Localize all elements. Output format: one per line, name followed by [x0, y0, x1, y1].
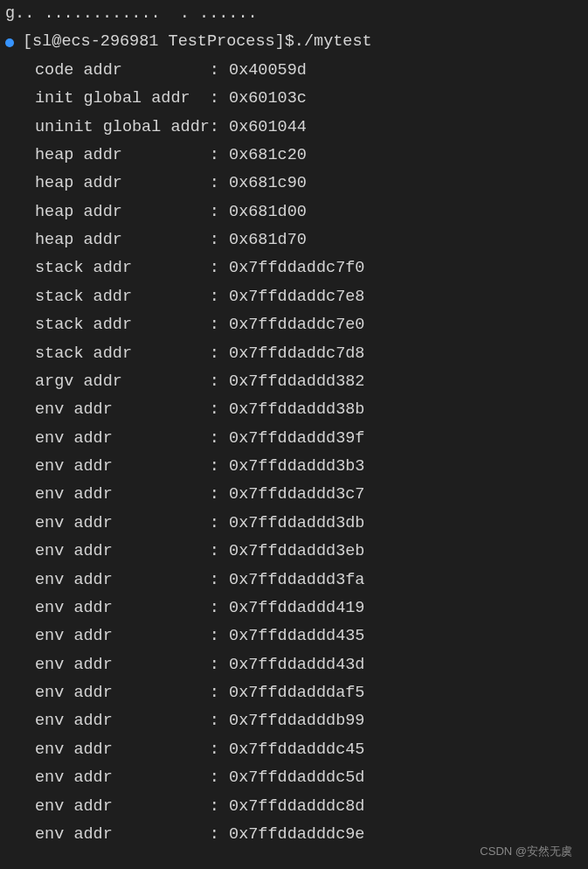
- command-text: ./mytest: [294, 28, 372, 56]
- output-line: code addr : 0x40059d: [0, 57, 588, 85]
- output-line: heap addr : 0x681d70: [0, 226, 588, 254]
- output-line: env addr : 0x7ffddaddd435: [0, 622, 588, 650]
- output-line: stack addr : 0x7ffddaddc7d8: [0, 340, 588, 368]
- output-line: env addr : 0x7ffddaddd3b3: [0, 453, 588, 481]
- output-line: env addr : 0x7ffddadddc8d: [0, 793, 588, 821]
- output-line: heap addr : 0x681d00: [0, 198, 588, 226]
- prompt-line: [sl@ecs-296981 TestProcess]$ ./mytest: [0, 28, 588, 56]
- output-line: heap addr : 0x681c20: [0, 142, 588, 170]
- output-line: uninit global addr: 0x601044: [0, 114, 588, 142]
- output-line: env addr : 0x7ffddaddd419: [0, 594, 588, 622]
- output-line: env addr : 0x7ffddaddd3db: [0, 510, 588, 538]
- output-line: env addr : 0x7ffddaddd38b: [0, 396, 588, 424]
- terminal-output: g.. ............ . ...... [sl@ecs-296981…: [0, 0, 588, 849]
- output-line: stack addr : 0x7ffddaddc7e0: [0, 311, 588, 339]
- output-line: heap addr : 0x681c90: [0, 170, 588, 198]
- output-line: stack addr : 0x7ffddaddc7f0: [0, 254, 588, 282]
- output-container: code addr : 0x40059dinit global addr : 0…: [0, 57, 588, 850]
- output-line: env addr : 0x7ffddaddd3fa: [0, 567, 588, 594]
- output-line: env addr : 0x7ffddaddd3eb: [0, 538, 588, 566]
- output-line: stack addr : 0x7ffddaddc7e8: [0, 283, 588, 311]
- shell-prompt: [sl@ecs-296981 TestProcess]$: [23, 28, 294, 56]
- output-line: env addr : 0x7ffddadddc5d: [0, 764, 588, 792]
- output-line: env addr : 0x7ffddaddd43d: [0, 651, 588, 679]
- output-line: env addr : 0x7ffddadddaf5: [0, 679, 588, 707]
- output-line: env addr : 0x7ffddadddc45: [0, 736, 588, 764]
- truncated-prev-line: g.. ............ . ......: [0, 0, 588, 28]
- bullet-icon: [5, 38, 14, 47]
- output-line: env addr : 0x7ffddaddd3c7: [0, 481, 588, 509]
- output-line: init global addr : 0x60103c: [0, 85, 588, 113]
- output-line: env addr : 0x7ffddaddd39f: [0, 425, 588, 453]
- watermark-text: CSDN @安然无虞: [480, 842, 572, 862]
- output-line: env addr : 0x7ffddadddb99: [0, 707, 588, 735]
- output-line: argv addr : 0x7ffddaddd382: [0, 368, 588, 396]
